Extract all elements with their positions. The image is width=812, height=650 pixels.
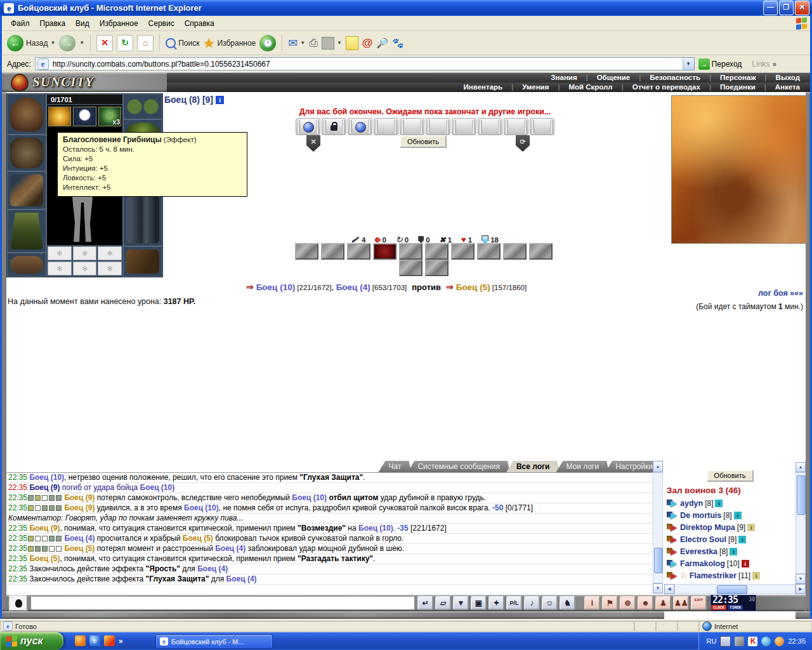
empty-slot[interactable]: ✻ xyxy=(98,246,122,260)
edit-dropdown-icon[interactable]: ▼ xyxy=(337,40,342,46)
tab-Мои логи[interactable]: Мои логи xyxy=(556,461,609,472)
stop-button[interactable]: ✕ xyxy=(96,35,113,51)
player-Everestka[interactable]: Everestka xyxy=(680,547,717,556)
invite-red-arrow-icon[interactable] xyxy=(667,572,678,580)
history-button[interactable]: 🕐 xyxy=(259,35,276,51)
pl-button[interactable]: P/L xyxy=(506,596,522,610)
forward-button[interactable]: → xyxy=(59,35,75,51)
nav-Безопасность[interactable]: Безопасность xyxy=(646,74,704,81)
roster-hscrollbar-track[interactable] xyxy=(674,584,796,594)
log-player-link[interactable]: Боец (4) xyxy=(64,534,95,543)
roster-scroll-up-button[interactable]: ▲ xyxy=(796,462,806,472)
log-player-link[interactable]: Боец (4) xyxy=(197,564,228,573)
empty-slot[interactable]: ✻ xyxy=(73,246,97,260)
player-info-icon[interactable]: i xyxy=(742,560,749,567)
exit-button[interactable]: EXIT xyxy=(691,596,707,610)
player-info-icon[interactable]: i xyxy=(730,548,737,555)
maximize-button[interactable]: ❐ xyxy=(779,1,794,15)
player-Farmakolog[interactable]: Farmakolog xyxy=(680,559,725,568)
chat-scrollbar-thumb[interactable] xyxy=(654,548,663,573)
log-player-link[interactable]: Боец (5) xyxy=(29,554,60,563)
roster-hscroll-left-button[interactable]: ◀ xyxy=(664,584,674,594)
exchange-shield-icon[interactable]: ⟳ xyxy=(516,135,530,152)
roster-hscroll-right-button[interactable]: ▶ xyxy=(796,584,806,594)
invite-blue-arrow-icon[interactable] xyxy=(667,560,678,567)
eraser-button[interactable]: ▱ xyxy=(435,596,451,610)
tray-antivirus-icon[interactable]: K xyxy=(748,637,757,646)
log-player-link[interactable]: Боец (4) xyxy=(215,544,246,553)
tray-icon-1[interactable] xyxy=(720,636,731,647)
effect-cat-charm[interactable] xyxy=(73,107,96,126)
nav-Персонаж[interactable]: Персонаж xyxy=(716,74,760,81)
nav-Мой Скролл[interactable]: Мой Скролл xyxy=(565,83,616,91)
roster-scrollbar-track[interactable] xyxy=(796,472,806,574)
attack-shield-spark-icon[interactable] xyxy=(529,243,553,260)
equip-leggings[interactable] xyxy=(123,193,162,246)
menu-Вид[interactable]: Вид xyxy=(70,17,95,30)
player-info-icon[interactable]: i xyxy=(738,536,746,543)
log-player-link[interactable]: Боец (10) xyxy=(140,483,175,492)
log-player-link[interactable]: Боец (10) xyxy=(29,473,64,482)
attack-axe-icon[interactable] xyxy=(321,243,344,260)
attack-claw-icon[interactable] xyxy=(347,243,370,260)
scroll-slot-empty[interactable] xyxy=(374,118,398,135)
scroll-slot-orb[interactable] xyxy=(296,118,320,135)
nav-Поединки[interactable]: Поединки xyxy=(716,83,759,91)
nav-Умения[interactable]: Умения xyxy=(518,83,553,91)
effect-mushroom-blessing[interactable]: x3 xyxy=(98,107,121,126)
invite-red-arrow-icon[interactable] xyxy=(667,536,678,543)
scroll-slot-empty[interactable] xyxy=(530,118,554,135)
filter-button[interactable]: ▼ xyxy=(453,596,469,610)
log-player-link[interactable]: Боец (4) xyxy=(226,574,257,583)
quicklaunch-ie-icon[interactable]: e xyxy=(89,635,100,646)
menu-Файл[interactable]: Файл xyxy=(6,17,35,30)
menu-Правка[interactable]: Правка xyxy=(35,17,71,30)
player-info-icon[interactable]: i xyxy=(747,524,755,531)
player-Electro Soul[interactable]: Electro Soul xyxy=(680,535,726,544)
equip-hammer[interactable] xyxy=(7,171,46,209)
scroll-slot-empty[interactable] xyxy=(504,118,528,135)
address-dropdown-button[interactable]: ▼ xyxy=(683,58,694,70)
chat-scroll-down-button[interactable]: ▼ xyxy=(653,583,663,594)
fighter-Боец (4)[interactable]: Боец (4) xyxy=(336,282,370,292)
menu-Избранное[interactable]: Избранное xyxy=(95,17,143,30)
invite-red-arrow-icon[interactable] xyxy=(667,524,678,531)
attack-smoke-icon[interactable] xyxy=(477,243,501,260)
fighter-Боец (10)[interactable]: Боец (10) xyxy=(256,282,296,292)
log-player-link[interactable]: Боец (5) xyxy=(64,544,95,553)
invite-blue-arrow-icon[interactable] xyxy=(667,500,678,507)
chat-message-input[interactable] xyxy=(30,596,415,610)
tray-clock-icon[interactable] xyxy=(775,637,784,646)
nav-Инвентарь[interactable]: Инвентарь xyxy=(460,83,507,91)
attack-cross-block-icon[interactable] xyxy=(399,260,422,276)
player-info-icon[interactable]: i xyxy=(752,572,760,580)
chat-scroll-up-button[interactable]: ▲ xyxy=(653,461,663,472)
group-figure-button[interactable]: ♟♟ xyxy=(673,596,689,610)
player-Flamestriker[interactable]: Flamestriker xyxy=(690,571,737,580)
scroll-slot-empty[interactable] xyxy=(478,118,502,135)
address-input[interactable] xyxy=(51,59,680,69)
messenger-button[interactable]: 🐾 xyxy=(392,37,404,49)
refresh-button[interactable]: ↻ xyxy=(117,35,133,51)
empty-slot[interactable]: ✻ xyxy=(73,262,97,275)
attack-palm-icon[interactable] xyxy=(425,243,449,260)
go-button[interactable]: → Переход xyxy=(698,58,742,70)
nav-Отчет о переводах[interactable]: Отчет о переводах xyxy=(629,83,704,91)
menu-Справка[interactable]: Справка xyxy=(180,17,219,30)
scroll-slot-empty[interactable] xyxy=(426,118,450,135)
log-player-link[interactable]: Боец (9) xyxy=(64,503,95,512)
player-De mortuis[interactable]: De mortuis xyxy=(680,511,721,520)
runner-button[interactable]: ✦ xyxy=(488,596,504,610)
battle-log-link[interactable]: лог боя »»» xyxy=(758,289,803,298)
log-player-link[interactable]: Боец (10) xyxy=(184,503,219,512)
minimize-button[interactable]: — xyxy=(763,1,778,15)
nav-Общение[interactable]: Общение xyxy=(593,74,634,81)
log-player-link[interactable]: Боец (10) xyxy=(358,524,393,533)
equip-belt[interactable] xyxy=(7,253,46,277)
tab-Чат[interactable]: Чат xyxy=(378,461,411,472)
links-button[interactable]: Links » xyxy=(752,60,776,69)
back-dropdown-icon[interactable]: ▼ xyxy=(50,40,55,46)
icq-button[interactable]: @ xyxy=(362,37,373,50)
back-button[interactable]: ← Назад ▼ xyxy=(7,35,55,51)
discuss-button[interactable] xyxy=(346,36,358,50)
